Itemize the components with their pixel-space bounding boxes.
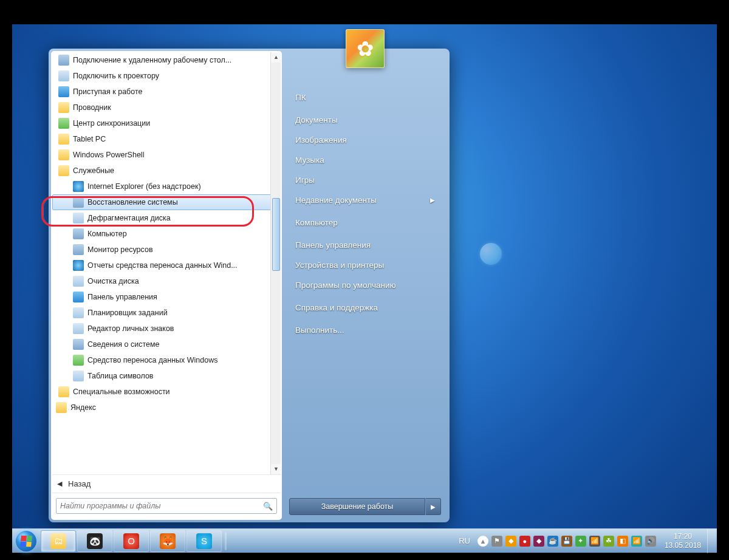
search-box[interactable]: 🔍 xyxy=(56,498,277,514)
program-label: Очистка диска xyxy=(87,277,139,285)
program-item[interactable]: Windows PowerShell xyxy=(52,147,281,163)
tray-show-hidden-icon[interactable]: ▲ xyxy=(477,536,488,547)
panda-icon: 🐼 xyxy=(87,533,103,549)
shutdown-group: Завершение работы ▶ xyxy=(289,498,441,515)
program-item[interactable]: Подключить к проектору xyxy=(52,68,281,84)
right-pane-label: Музыка xyxy=(295,155,324,165)
right-pane-item[interactable]: Изображения xyxy=(290,130,440,150)
show-desktop-button[interactable] xyxy=(707,529,716,553)
right-pane-label: Игры xyxy=(295,176,315,185)
right-pane-item[interactable]: Выполнить... xyxy=(290,320,440,340)
program-label: Подключение к удаленному рабочему стол..… xyxy=(73,56,231,64)
right-pane-item[interactable]: Компьютер xyxy=(290,213,440,233)
shutdown-options-arrow[interactable]: ▶ xyxy=(425,498,441,515)
right-pane-item[interactable]: ПК xyxy=(290,87,440,108)
taskbar-opera[interactable]: O xyxy=(114,530,149,552)
tray-network-icon[interactable]: 📶 xyxy=(589,536,600,547)
program-item[interactable]: Планировщик заданий xyxy=(52,305,281,321)
taskbar-explorer[interactable]: 🗂 xyxy=(41,530,76,552)
tray-icon[interactable]: ◆ xyxy=(533,536,544,547)
program-icon xyxy=(58,149,69,160)
search-icon: 🔍 xyxy=(263,502,273,511)
taskbar-clock[interactable]: 17:20 13.05.2018 xyxy=(659,532,707,550)
program-item[interactable]: Internet Explorer (без надстроек) xyxy=(52,179,281,194)
program-icon xyxy=(58,70,69,81)
scroll-thumb[interactable] xyxy=(272,198,280,271)
program-icon xyxy=(73,197,84,208)
program-item[interactable]: Специальные возможности xyxy=(52,384,281,400)
right-pane-item[interactable]: Игры xyxy=(290,170,440,190)
program-label: Подключить к проектору xyxy=(73,72,159,80)
program-item[interactable]: Tablet PC xyxy=(52,131,281,147)
program-icon xyxy=(73,292,84,302)
tray-icon[interactable]: ☕ xyxy=(547,536,558,547)
right-pane-label: Справка и поддержка xyxy=(295,303,378,312)
program-icon xyxy=(73,213,84,224)
program-item[interactable]: Служебные xyxy=(52,163,281,179)
scroll-up-arrow[interactable]: ▲ xyxy=(271,52,281,63)
tray-icon[interactable]: ◧ xyxy=(617,536,628,547)
program-item[interactable]: Яндекс xyxy=(52,400,281,415)
language-indicator[interactable]: RU xyxy=(454,536,475,545)
program-icon xyxy=(58,134,69,145)
program-item[interactable]: Панель управления xyxy=(52,289,281,305)
program-item[interactable]: Дефрагментация диска xyxy=(52,210,281,226)
right-pane-item[interactable]: Программы по умолчанию xyxy=(290,275,440,295)
program-item[interactable]: Средство переноса данных Windows xyxy=(52,352,281,368)
right-pane-item[interactable]: Панель управления xyxy=(290,235,440,255)
right-pane-label: Программы по умолчанию xyxy=(295,281,396,290)
tray-icon[interactable]: ◆ xyxy=(505,536,516,547)
taskbar-firefox[interactable]: 🦊 xyxy=(150,530,185,552)
program-label: Яндекс xyxy=(70,403,96,412)
right-pane-item[interactable]: Документы xyxy=(290,110,440,130)
scroll-down-arrow[interactable]: ▼ xyxy=(271,464,281,474)
program-label: Отчеты средства переноса данных Wind... xyxy=(87,261,238,270)
program-item[interactable]: Восстановление системы xyxy=(52,194,281,210)
program-item[interactable]: Компьютер xyxy=(52,226,281,242)
right-pane-item[interactable]: Устройства и принтеры xyxy=(290,255,440,275)
taskbar-app-panda[interactable]: 🐼 xyxy=(77,530,112,552)
back-button[interactable]: ◀ Назад xyxy=(52,474,281,493)
right-pane-label: Панель управления xyxy=(295,241,371,250)
start-menu: Подключение к удаленному рабочему стол..… xyxy=(49,49,450,522)
right-pane-item[interactable]: Музыка xyxy=(290,150,440,170)
program-label: Приступая к работе xyxy=(73,87,142,96)
taskbar-separator xyxy=(225,532,227,550)
program-label: Специальные возможности xyxy=(73,388,170,396)
tray-icon[interactable]: ✦ xyxy=(575,536,586,547)
shutdown-button[interactable]: Завершение работы xyxy=(289,498,425,515)
program-item[interactable]: Редактор личных знаков xyxy=(52,321,281,336)
desktop-icon[interactable] xyxy=(480,243,502,265)
tray-icon[interactable]: ⚑ xyxy=(491,536,502,547)
program-item[interactable]: Проводник xyxy=(52,100,281,115)
user-picture[interactable] xyxy=(346,29,385,68)
program-icon xyxy=(58,386,69,397)
tray-icon[interactable]: 💾 xyxy=(561,536,572,547)
tray-icon[interactable]: ● xyxy=(519,536,530,547)
clock-date: 13.05.2018 xyxy=(665,541,701,550)
right-pane-item[interactable]: Недавние документы▶ xyxy=(290,190,440,210)
program-item[interactable]: Очистка диска xyxy=(52,273,281,289)
program-icon xyxy=(58,55,69,66)
program-label: Панель управления xyxy=(87,293,157,301)
program-item[interactable]: Приступая к работе xyxy=(52,84,281,100)
search-input[interactable] xyxy=(60,502,263,510)
program-item[interactable]: Центр синхронизации xyxy=(52,115,281,131)
program-item[interactable]: Отчеты средства переноса данных Wind... xyxy=(52,258,281,273)
program-label: Дефрагментация диска xyxy=(87,214,171,222)
start-button[interactable] xyxy=(12,529,40,553)
tray-volume-icon[interactable]: 🔊 xyxy=(645,536,656,547)
program-label: Средство переноса данных Windows xyxy=(87,356,217,364)
program-item[interactable]: Таблица символов xyxy=(52,368,281,384)
tray-network-icon[interactable]: 📶 xyxy=(631,536,642,547)
scrollbar[interactable]: ▲ ▼ xyxy=(270,52,281,474)
system-tray: ▲ ⚑ ◆ ● ◆ ☕ 💾 ✦ 📶 ☘ ◧ 📶 🔊 xyxy=(475,536,659,547)
start-menu-left-pane: Подключение к удаленному рабочему стол..… xyxy=(51,51,282,520)
tray-icon[interactable]: ☘ xyxy=(603,536,614,547)
program-item[interactable]: Монитор ресурсов xyxy=(52,242,281,258)
right-pane-item[interactable]: Справка и поддержка xyxy=(290,298,440,318)
program-item[interactable]: Сведения о системе xyxy=(52,336,281,352)
program-icon xyxy=(73,244,84,255)
program-item[interactable]: Подключение к удаленному рабочему стол..… xyxy=(52,52,281,68)
taskbar-skype[interactable]: S xyxy=(187,530,222,552)
